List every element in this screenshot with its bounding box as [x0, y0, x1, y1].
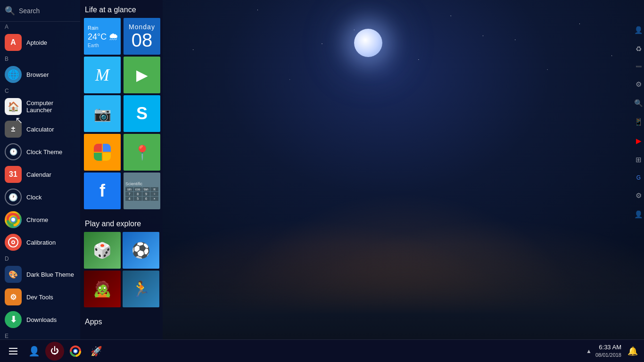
aptoide-icon: A	[5, 34, 22, 51]
game-tile-1[interactable]: 🎲	[84, 232, 121, 269]
weather-cloud-icon: 🌧	[108, 31, 119, 43]
youtube-icon[interactable]: ▶	[636, 137, 642, 145]
taskbar-right-section: ▲ 6:33 AM 08/01/2018 🔔	[586, 344, 640, 359]
computer-launcher-icon: 🏠	[5, 98, 22, 115]
skype-icon: S	[136, 104, 148, 123]
sidebar-item-aptoide[interactable]: A Aptoide	[0, 31, 80, 54]
skype-tile[interactable]: S	[124, 95, 160, 132]
game4-icon: 🏃	[123, 271, 159, 307]
game1-icon: 🎲	[84, 232, 121, 269]
maps-tile[interactable]: 📍	[124, 134, 160, 171]
sidebar-search-bar[interactable]: 🔍 Search	[0, 0, 80, 22]
chrome-icon	[5, 211, 22, 228]
user2-icon[interactable]: 👤	[634, 210, 643, 219]
sidebar-item-chrome[interactable]: Chrome	[0, 208, 80, 231]
chrome-taskbar-button[interactable]	[66, 342, 85, 361]
sidebar-item-browser[interactable]: 🌐 Browser	[0, 63, 80, 86]
calendar-icon: 31	[5, 166, 22, 183]
aptoide-label: Aptoide	[26, 39, 47, 46]
main-content-panel: Life at a glance Rain 24°C 🌧 Earth Monda…	[80, 0, 163, 339]
facebook-tile[interactable]: f	[84, 173, 121, 209]
section-letter-d: D	[0, 254, 80, 263]
contacts-taskbar-button[interactable]: 👤	[25, 342, 43, 361]
settings-icon[interactable]: ⚙	[636, 80, 642, 89]
sci-calc-keys: sin cos tan π 7 8 9 ÷ 4 5 6 ×	[125, 187, 158, 201]
sidebar-item-downloads[interactable]: ⬇ Downloads	[0, 308, 80, 331]
camera-icon: 📷	[94, 106, 111, 122]
google-icon[interactable]: G	[636, 174, 641, 181]
section-letter-b: B	[0, 54, 80, 63]
apps-title: Apps	[80, 312, 163, 330]
sidebar-item-clock-theme[interactable]: 🕐 Clock Theme	[0, 140, 80, 163]
photos-icon	[94, 144, 111, 161]
launcher-taskbar-button[interactable]: 🚀	[87, 342, 106, 361]
calibration-label: Calibration	[26, 239, 56, 246]
chrome-label: Chrome	[26, 216, 48, 223]
games-grid: 🎲 ⚽ 🧟 🏃	[80, 232, 163, 307]
downloads-label: Downloads	[26, 316, 57, 323]
sidebar-item-calendar[interactable]: 31 Calendar	[0, 163, 80, 186]
tiles-grid: Rain 24°C 🌧 Earth Monday 08 M ▶ 📷 S	[80, 18, 163, 209]
search-label: Search	[19, 7, 40, 15]
gmail-icon: M	[95, 65, 109, 85]
dev-tools-icon: ⚙	[5, 288, 22, 305]
camera-tile[interactable]: 📷	[84, 95, 121, 132]
svg-point-12	[74, 350, 77, 353]
dark-blue-theme-label: Dark Blue Theme	[26, 271, 74, 278]
calibration-icon	[5, 234, 22, 251]
downloads-icon: ⬇	[5, 311, 22, 328]
sci-calc-icon: Scientific	[125, 181, 142, 186]
sidebar-item-dev-tools[interactable]: ⚙ Dev Tools	[0, 286, 80, 308]
sidebar-item-dark-blue-theme[interactable]: 🎨 Dark Blue Theme	[0, 263, 80, 286]
sidebar-item-calculator[interactable]: ± Calculator	[0, 118, 80, 140]
browser-icon: 🌐	[5, 66, 22, 83]
power-taskbar-button[interactable]: ⏻	[45, 342, 64, 361]
hamburger-icon	[7, 346, 20, 357]
search-icon: 🔍	[5, 6, 15, 16]
chevron-up-button[interactable]: ▲	[586, 348, 592, 354]
power-icon: ⏻	[50, 346, 59, 356]
section-letter-e: E	[0, 331, 80, 339]
gear2-icon[interactable]: ⚙	[636, 191, 642, 200]
sidebar-right-icons-column: 👤 ♻ ➖ ⚙ 🔍 📱 ▶ ⊞ G ⚙ 👤	[634, 26, 643, 219]
section-letter-c: C	[0, 86, 80, 95]
game-tile-2[interactable]: ⚽	[123, 232, 159, 269]
svg-point-4	[11, 218, 15, 222]
weather-earth-label: Earth	[88, 43, 99, 48]
weather-temp-label: 24°C	[88, 32, 107, 42]
scientific-calc-tile[interactable]: Scientific sin cos tan π 7 8 9 ÷ 4 5 6 ×	[124, 173, 160, 209]
game-tile-4[interactable]: 🏃	[123, 271, 159, 307]
dark-blue-theme-icon: 🎨	[5, 266, 22, 283]
apps-section: Apps	[80, 312, 163, 330]
play-and-explore-section: Play and explore 🎲 ⚽ 🧟 🏃	[80, 214, 163, 307]
weather-tile[interactable]: Rain 24°C 🌧 Earth	[84, 18, 121, 55]
sidebar-item-clock[interactable]: 🕐 Clock	[0, 186, 80, 208]
sidebar: 🔍 Search A A Aptoide B 🌐 Browser C 🏠 Com…	[0, 0, 80, 339]
notification-button[interactable]: 🔔	[625, 344, 640, 359]
minus-icon[interactable]: ➖	[636, 64, 642, 70]
recycle-bin-icon[interactable]: ♻	[636, 45, 642, 53]
life-at-a-glance-title: Life at a glance	[80, 0, 163, 18]
launcher-taskbar-icon: 🚀	[91, 346, 102, 357]
game-tile-3[interactable]: 🧟	[84, 271, 121, 307]
play-explore-title: Play and explore	[80, 214, 163, 232]
clock-label: Clock	[26, 194, 42, 201]
taskbar: 👤 ⏻ 🚀 ▲ 6:33 AM 08/01/2018 🔔	[0, 339, 644, 362]
date-tile[interactable]: Monday 08	[124, 18, 160, 55]
facebook-icon: f	[99, 181, 105, 201]
calculator-icon: ±	[5, 121, 22, 138]
search-side-icon[interactable]: 🔍	[634, 99, 643, 107]
play-store-tile[interactable]: ▶	[124, 57, 160, 93]
sidebar-item-calibration[interactable]: Calibration	[0, 231, 80, 254]
whatsapp-icon[interactable]: 📱	[634, 118, 643, 126]
user-icon[interactable]: 👤	[634, 26, 643, 34]
gmail-tile[interactable]: M	[84, 57, 121, 93]
sidebar-item-computer-launcher[interactable]: 🏠 Computer Launcher	[0, 95, 80, 118]
clock-theme-icon: 🕐	[5, 143, 22, 160]
svg-point-7	[12, 241, 14, 243]
grid-icon[interactable]: ⊞	[636, 156, 642, 164]
photos-tile[interactable]	[84, 134, 121, 171]
clock-icon: 🕐	[5, 189, 22, 206]
game3-icon: 🧟	[84, 271, 121, 307]
hamburger-menu-button[interactable]	[4, 342, 23, 361]
